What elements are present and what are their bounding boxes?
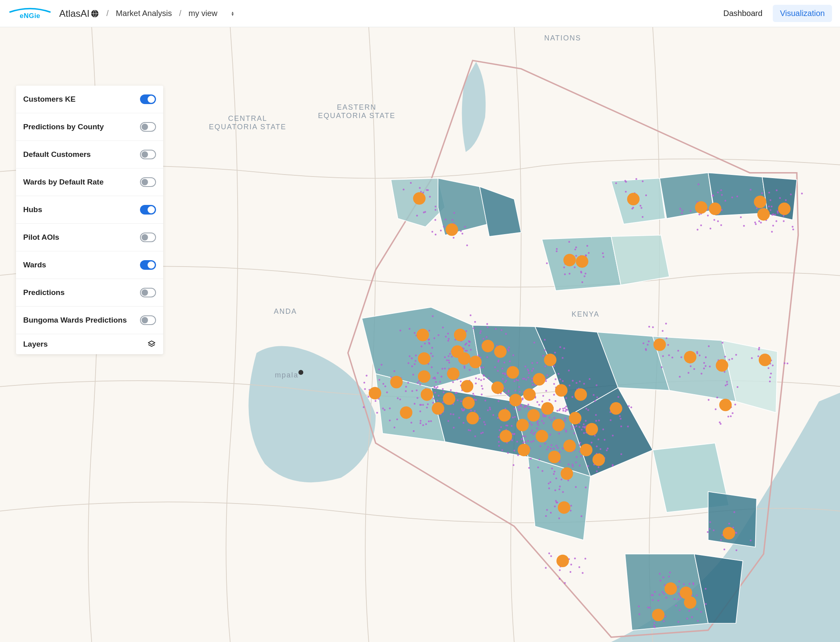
layers-footer[interactable]: Layers <box>16 334 163 354</box>
breadcrumb-section[interactable]: Market Analysis <box>116 9 172 18</box>
layer-toggle[interactable] <box>140 150 156 159</box>
hub-dot[interactable] <box>400 406 412 419</box>
hub-dot[interactable] <box>664 582 677 595</box>
hub-dot[interactable] <box>516 419 529 431</box>
tab-dashboard[interactable]: Dashboard <box>716 5 770 22</box>
hub-dot[interactable] <box>592 453 605 466</box>
layer-toggle[interactable] <box>140 315 156 325</box>
hub-dot[interactable] <box>654 339 666 351</box>
svg-point-393 <box>470 349 472 351</box>
hub-dot[interactable] <box>541 402 554 415</box>
hub-dot[interactable] <box>610 402 622 415</box>
map-area[interactable]: NATIONSEASTERN EQUATORIA STATECENTRAL EQ… <box>0 27 840 642</box>
layer-toggle[interactable] <box>140 288 156 297</box>
svg-point-87 <box>743 225 745 227</box>
hub-dot[interactable] <box>416 329 429 341</box>
layer-toggle[interactable] <box>140 177 156 187</box>
hub-dot[interactable] <box>552 419 565 431</box>
hub-dot[interactable] <box>536 430 548 442</box>
hub-dot[interactable] <box>446 223 458 236</box>
hub-dot[interactable] <box>458 352 470 365</box>
hub-dot[interactable] <box>447 367 460 380</box>
hub-dot[interactable] <box>580 444 592 456</box>
svg-point-439 <box>469 429 471 431</box>
hub-dot[interactable] <box>576 255 588 268</box>
hub-dot[interactable] <box>695 201 707 214</box>
hub-dot[interactable] <box>421 388 433 401</box>
hub-dot[interactable] <box>369 387 381 399</box>
svg-point-174 <box>728 359 730 361</box>
hub-dot[interactable] <box>518 444 530 456</box>
layer-toggle[interactable] <box>140 260 156 270</box>
hub-dot[interactable] <box>684 351 696 363</box>
svg-point-390 <box>447 340 449 342</box>
hub-dot[interactable] <box>759 354 771 366</box>
svg-point-135 <box>581 281 583 283</box>
hub-dot[interactable] <box>523 388 536 401</box>
svg-point-685 <box>557 447 559 449</box>
hub-dot[interactable] <box>527 409 540 421</box>
hub-dot[interactable] <box>754 196 766 208</box>
hub-dot[interactable] <box>533 373 545 385</box>
layer-row: Pilot AOIs <box>16 224 163 251</box>
hub-dot[interactable] <box>627 193 640 205</box>
hub-dot[interactable] <box>462 397 475 409</box>
hub-dot[interactable] <box>723 527 735 540</box>
svg-point-749 <box>574 426 576 428</box>
hub-dot[interactable] <box>454 329 466 341</box>
svg-point-592 <box>518 386 520 388</box>
svg-point-277 <box>428 342 430 344</box>
layer-toggle[interactable] <box>140 233 156 242</box>
hub-dot[interactable] <box>652 609 664 621</box>
layer-toggle[interactable] <box>140 122 156 132</box>
tab-visualization[interactable]: Visualization <box>773 5 832 22</box>
hub-dot[interactable] <box>684 596 696 609</box>
hub-dot[interactable] <box>390 376 403 388</box>
hub-dot[interactable] <box>757 208 770 221</box>
hub-dot[interactable] <box>586 423 598 435</box>
svg-point-896 <box>677 586 679 588</box>
hub-dot[interactable] <box>544 354 556 366</box>
hub-dot[interactable] <box>556 555 569 567</box>
svg-point-742 <box>579 465 581 467</box>
hub-dot[interactable] <box>413 192 426 205</box>
hub-dot[interactable] <box>569 412 581 424</box>
svg-point-718 <box>558 488 560 490</box>
hub-dot[interactable] <box>716 359 728 371</box>
svg-point-207 <box>758 355 760 357</box>
hub-dot[interactable] <box>494 345 506 358</box>
hub-dot[interactable] <box>498 409 511 421</box>
layers-footer-label: Layers <box>23 340 48 349</box>
hub-dot[interactable] <box>778 203 790 215</box>
hub-dot[interactable] <box>469 356 482 368</box>
hub-dot[interactable] <box>548 451 560 463</box>
view-select[interactable]: my view ▴▾ <box>188 9 234 18</box>
hub-dot[interactable] <box>418 370 430 383</box>
hub-dot[interactable] <box>432 402 444 415</box>
hub-dot[interactable] <box>563 254 576 266</box>
svg-point-465 <box>487 326 489 328</box>
svg-point-119 <box>546 262 548 264</box>
hub-dot[interactable] <box>563 439 576 452</box>
hub-dot[interactable] <box>574 388 587 401</box>
svg-point-129 <box>569 273 571 275</box>
svg-point-831 <box>556 502 558 504</box>
hub-dot[interactable] <box>506 366 519 379</box>
hub-dot[interactable] <box>491 381 504 394</box>
hub-dot[interactable] <box>482 340 494 352</box>
svg-point-724 <box>567 479 569 482</box>
hub-dot[interactable] <box>443 393 455 405</box>
layer-toggle[interactable] <box>140 94 156 104</box>
hub-dot[interactable] <box>418 352 430 365</box>
hub-dot[interactable] <box>558 501 570 514</box>
hub-dot[interactable] <box>709 203 721 215</box>
hub-dot[interactable] <box>561 467 573 480</box>
hub-dot[interactable] <box>466 412 479 424</box>
layer-toggle[interactable] <box>140 205 156 215</box>
hub-dot[interactable] <box>500 430 512 442</box>
hub-dot[interactable] <box>555 384 568 397</box>
svg-point-708 <box>565 405 567 407</box>
hub-dot[interactable] <box>719 399 732 411</box>
hub-dot[interactable] <box>509 394 522 406</box>
hub-dot[interactable] <box>461 380 473 392</box>
